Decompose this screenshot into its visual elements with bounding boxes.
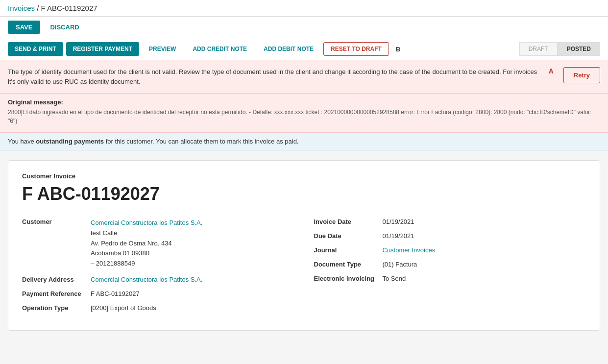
- breadcrumb-parent[interactable]: Invoices: [8, 4, 35, 12]
- label-b: B: [392, 43, 404, 56]
- journal-value: Customer Invoices: [383, 246, 436, 254]
- payment-reference-field: Payment Reference F ABC-01192027: [22, 290, 294, 297]
- invoice-date-value: 01/19/2021: [383, 218, 414, 225]
- customer-value: Comercial Constructora los Patitos S.A. …: [91, 218, 202, 269]
- original-message-title: Original message:: [8, 98, 63, 106]
- outstanding-bold: outstanding payments: [36, 138, 104, 145]
- error-alert-content: The type of identity document used for t…: [8, 67, 539, 86]
- reset-to-draft-button[interactable]: RESET TO DRAFT: [323, 42, 389, 56]
- preview-button[interactable]: PREVIEW: [142, 42, 183, 56]
- main-toolbar: SEND & PRINT REGISTER PAYMENT PREVIEW AD…: [0, 38, 608, 60]
- status-draft: DRAFT: [519, 42, 558, 56]
- breadcrumb: Invoices / F ABC-01192027: [8, 4, 97, 12]
- breadcrumb-bar: Invoices / F ABC-01192027: [0, 0, 608, 17]
- customer-label: Customer: [22, 218, 91, 225]
- journal-label: Journal: [314, 246, 383, 254]
- operation-type-label: Operation Type: [22, 304, 91, 312]
- invoice-left-col: Customer Comercial Constructora los Pati…: [22, 218, 294, 318]
- delivery-address-field: Delivery Address Comercial Constructora …: [22, 276, 294, 283]
- retry-button[interactable]: Retry: [563, 67, 600, 83]
- outstanding-prefix: You have: [8, 138, 36, 145]
- journal-field: Journal Customer Invoices: [314, 246, 586, 254]
- delivery-address-link[interactable]: Comercial Constructora los Patitos S.A.: [91, 276, 202, 283]
- breadcrumb-separator: /: [37, 4, 41, 12]
- document-type-field: Document Type (01) Factura: [314, 261, 586, 268]
- electronic-invoicing-value: To Send: [383, 275, 406, 282]
- error-message-text: The type of identity document used for t…: [8, 68, 537, 85]
- invoice-date-label: Invoice Date: [314, 218, 383, 225]
- delivery-address-label: Delivery Address: [22, 276, 91, 283]
- payment-ref-value: F ABC-01192027: [91, 290, 140, 297]
- invoice-content: Customer Invoice F ABC-01192027 Customer…: [0, 150, 608, 340]
- top-action-bar: SAVE DISCARD: [0, 17, 608, 38]
- original-message-section: Original message: 2800|El dato ingresado…: [0, 94, 608, 133]
- invoice-right-col: Invoice Date 01/19/2021 Due Date 01/19/2…: [314, 218, 586, 318]
- invoice-number: F ABC-01192027: [22, 184, 586, 204]
- customer-ruc: – 20121888549: [91, 260, 135, 267]
- customer-name-link[interactable]: Comercial Constructora los Patitos S.A.: [91, 219, 202, 226]
- customer-addr3: Acobamba 01 09380: [91, 249, 149, 257]
- invoice-type: Customer Invoice: [22, 172, 586, 180]
- document-type-label: Document Type: [314, 261, 383, 268]
- electronic-invoicing-field: Electronic invoicing To Send: [314, 275, 586, 282]
- error-alert: The type of identity document used for t…: [0, 60, 608, 94]
- due-date-field: Due Date 01/19/2021: [314, 232, 586, 240]
- due-date-label: Due Date: [314, 232, 383, 240]
- invoice-fields: Customer Comercial Constructora los Pati…: [22, 218, 586, 318]
- breadcrumb-current: F ABC-01192027: [41, 4, 97, 12]
- operation-type-value: [0200] Export of Goods: [91, 304, 156, 312]
- operation-type-field: Operation Type [0200] Export of Goods: [22, 304, 294, 312]
- customer-addr2: Av. Pedro de Osma Nro. 434: [91, 240, 172, 247]
- status-steps: DRAFT POSTED: [519, 42, 600, 56]
- journal-link[interactable]: Customer Invoices: [383, 246, 436, 254]
- payment-ref-label: Payment Reference: [22, 290, 91, 297]
- status-posted: POSTED: [558, 42, 600, 56]
- outstanding-payments-banner: You have outstanding payments for this c…: [0, 133, 608, 150]
- discard-button[interactable]: DISCARD: [44, 21, 85, 34]
- save-button[interactable]: SAVE: [8, 21, 40, 34]
- outstanding-suffix: for this customer. You can allocate them…: [104, 138, 298, 145]
- customer-addr1: test Calle: [91, 229, 117, 237]
- original-message-text: 2800|El dato ingresado en el tipo de doc…: [8, 108, 600, 125]
- electronic-invoicing-label: Electronic invoicing: [314, 275, 383, 282]
- label-a: A: [549, 67, 554, 75]
- document-type-value: (01) Factura: [383, 261, 417, 268]
- delivery-address-value: Comercial Constructora los Patitos S.A.: [91, 276, 202, 283]
- send-print-button[interactable]: SEND & PRINT: [8, 42, 63, 56]
- invoice-card: Customer Invoice F ABC-01192027 Customer…: [8, 160, 600, 331]
- invoice-date-field: Invoice Date 01/19/2021: [314, 218, 586, 225]
- add-credit-note-button[interactable]: ADD CREDIT NOTE: [186, 42, 254, 56]
- register-payment-button[interactable]: REGISTER PAYMENT: [66, 42, 139, 56]
- customer-field: Customer Comercial Constructora los Pati…: [22, 218, 294, 269]
- due-date-value: 01/19/2021: [383, 232, 414, 240]
- add-debit-note-button[interactable]: ADD DEBIT NOTE: [257, 42, 320, 56]
